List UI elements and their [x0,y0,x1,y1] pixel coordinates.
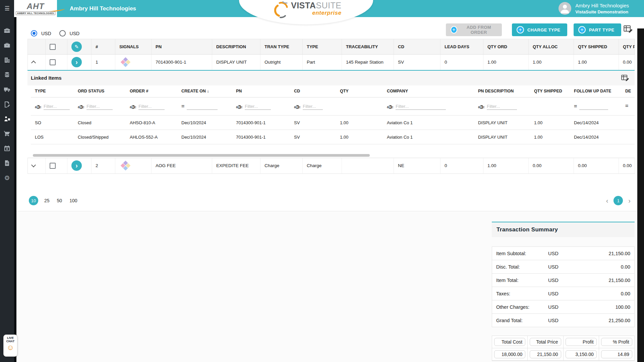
row-checkbox[interactable] [50,59,56,65]
edit-note-icon [4,101,10,107]
company-logo-acronym: AHT [27,2,44,11]
equals-filter-icon[interactable]: = [181,103,184,110]
signals-icon[interactable] [121,161,131,171]
add-from-order-button[interactable]: + ADD FROM ORDER [446,23,502,36]
prev-page-icon[interactable]: ‹ [606,197,608,204]
expand-column-header [28,39,46,55]
follow-up-filter-input[interactable] [579,103,608,110]
cell-traceability [342,158,394,173]
lcol-pn-description[interactable]: PN DESCRIPTION [474,85,530,97]
lcol-type[interactable]: TYPE [31,85,74,97]
profit-val-total-cost: 18,000.00 [494,350,525,358]
cell-qty-ord: 1.00 [483,55,529,70]
text-filter-icon[interactable]: abc [236,105,242,110]
sidebar-item-building[interactable] [0,53,14,67]
text-filter-icon[interactable]: abc [130,105,136,110]
lcol-qty[interactable]: QTY [336,85,383,97]
product-logo-part1: VISTA [291,1,316,10]
page-size-25[interactable]: 25 [43,198,51,203]
type-filter-input[interactable] [44,103,70,110]
ord-status-filter-input[interactable] [86,103,113,110]
lcol-order-no[interactable]: ORDER # [126,85,177,97]
current-page[interactable]: 1 [613,196,623,205]
lcol-ord-status[interactable]: ORD STATUS [74,85,126,97]
lcol-cd[interactable]: CD [290,85,336,97]
order-items-table: ✎ # SIGNALS PN DESCRIPTION TRAN TYPE TYP… [27,39,635,174]
pn-filter-input[interactable] [245,103,271,110]
sidebar-item-shipping[interactable] [0,82,14,97]
table-settings-button[interactable] [624,25,634,34]
row-checkbox[interactable] [50,163,56,169]
product-logo-tagline: enterprise [312,10,341,16]
lcell-pn-description: DISPLAY UNIT [474,130,530,144]
chevron-right-icon: › [75,59,78,65]
linked-items-settings-icon[interactable] [621,74,630,82]
lcell-qty-shipped: 1.00 [530,130,570,144]
next-page-icon[interactable]: › [628,197,631,204]
text-filter-icon[interactable]: abc [35,105,41,110]
part-type-button[interactable]: + PART TYPE [574,23,621,36]
live-chat-widget[interactable]: LIVE CHAT ☺ [3,335,17,357]
avatar[interactable] [559,2,571,15]
create-on-filter-input[interactable] [187,103,218,110]
cell-pn: AOG FEE [152,158,212,173]
cell-lead-days: 0 [441,158,483,173]
user-menu[interactable]: Ambry Hill Technologies VistaSuite Demon… [559,2,629,15]
main-table-header-row: ✎ # SIGNALS PN DESCRIPTION TRAN TYPE TYP… [28,39,635,55]
summary-row: Other Charges: USD 100.00 [492,300,634,314]
text-filter-icon[interactable]: abc [387,105,393,110]
lcol-pn[interactable]: PN [232,85,290,97]
lcol-qty-shipped[interactable]: QTY SHIPPED [530,85,570,97]
sidebar-item-quotes[interactable] [0,97,14,112]
sidebar-item-orders[interactable] [0,112,14,126]
summary-value: 21,150.00 [578,278,630,283]
page-size-100[interactable]: 100 [68,198,78,203]
scrollbar-thumb[interactable] [33,154,370,157]
linked-item-row[interactable]: LOS Closed/Shipped AHLOS-552-A Dec/10/20… [31,130,635,144]
sidebar-item-briefcase[interactable] [0,23,14,38]
text-filter-icon[interactable]: abc [294,105,300,110]
lcol-de[interactable]: DE [621,85,635,97]
sidebar-item-documents[interactable] [0,156,14,170]
sidebar-item-scheduling[interactable] [0,141,14,156]
sidebar-item-finance[interactable] [0,67,14,82]
cd-filter-input[interactable] [303,103,323,110]
order-no-filter-input[interactable] [138,103,165,110]
lcell-cd: SV [290,116,336,130]
text-filter-icon[interactable]: abc [478,105,484,110]
sidebar-item-settings[interactable]: ⚙ [0,170,14,185]
text-filter-icon[interactable]: abc [78,105,84,110]
equals-filter-icon[interactable]: = [625,103,628,110]
edit-all-button[interactable]: ✎ [71,42,82,52]
profit-col-pct-profit: % Profit [601,338,632,346]
lcol-follow-up-date[interactable]: FOLLOW UP DATE [570,85,621,97]
transaction-summary-panel: Transaction Summary Item Subtotal: USD 2… [492,222,635,327]
sidebar-item-briefcase-2[interactable] [0,38,14,53]
lcol-company[interactable]: COMPANY [383,85,474,97]
open-row-button[interactable]: › [71,160,82,171]
select-all-checkbox[interactable] [50,44,56,50]
gear-icon: ⚙ [4,175,10,181]
summary-currency: USD [548,304,578,310]
expand-row-icon[interactable] [31,163,36,167]
truck-icon [4,86,10,93]
page-size-50[interactable]: 50 [56,198,64,203]
menu-icon[interactable]: ☰ [0,0,14,17]
equals-filter-icon[interactable]: = [574,103,577,110]
signals-icon[interactable] [121,57,131,67]
lcell-ord-status: Closed [74,116,126,130]
sidebar-item-purchasing[interactable] [0,126,14,141]
open-row-button[interactable]: › [71,57,82,67]
lcell-pn-description: DISPLAY UNIT [474,116,530,130]
sidebar: ☰ ⚙ [0,0,14,362]
collapse-row-icon[interactable] [31,61,36,65]
company-logo[interactable]: AHT AMBRY HILL TECHNOLOGIES [14,0,57,17]
page-size-10[interactable]: 10 [29,196,38,205]
charge-type-button[interactable]: + CHARGE TYPE [512,23,567,36]
company-filter-input[interactable] [396,103,446,110]
lcol-create-on[interactable]: CREATE ON ↓ [177,85,232,97]
pn-description-filter-input[interactable] [487,103,517,110]
product-logo-part2: SUITE [316,1,341,10]
lcell-cd: SV [290,130,336,144]
linked-item-row[interactable]: SO Closed AHSO-810-A Dec/10/2024 7014300… [31,116,635,130]
